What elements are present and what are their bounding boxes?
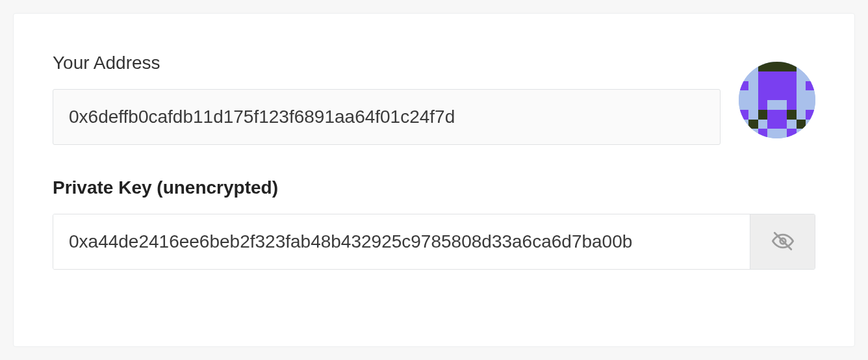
toggle-visibility-button[interactable] (750, 214, 815, 269)
svg-rect-16 (806, 110, 815, 120)
svg-rect-11 (787, 100, 797, 110)
identicon-avatar (739, 62, 815, 138)
svg-rect-7 (739, 81, 748, 91)
svg-rect-9 (806, 81, 815, 91)
svg-rect-21 (787, 129, 797, 138)
svg-rect-19 (797, 120, 806, 129)
address-label: Your Address (53, 53, 815, 73)
eye-off-icon (772, 230, 794, 254)
svg-rect-4 (758, 71, 768, 81)
private-key-field[interactable]: 0xa44de2416ee6beb2f323fab48b432925c97858… (53, 214, 750, 269)
svg-rect-6 (787, 71, 797, 81)
svg-rect-14 (787, 110, 797, 120)
address-row: 0x6deffb0cafdb11d175f123f6891aa64f01c24f… (53, 89, 815, 145)
svg-rect-20 (758, 129, 768, 138)
private-key-section: Private Key (unencrypted) 0xa44de2416ee6… (53, 177, 815, 270)
private-key-label: Private Key (unencrypted) (53, 177, 815, 198)
svg-rect-10 (758, 100, 768, 110)
svg-rect-18 (748, 120, 758, 129)
address-field[interactable]: 0x6deffb0cafdb11d175f123f6891aa64f01c24f… (53, 89, 721, 145)
private-key-row: 0xa44de2416ee6beb2f323fab48b432925c97858… (53, 214, 815, 270)
wallet-card: Your Address 0x6deffb0cafdb11d175f123f68… (13, 13, 855, 347)
svg-rect-8 (758, 81, 797, 101)
svg-rect-12 (758, 110, 768, 120)
svg-rect-13 (767, 110, 787, 120)
svg-rect-15 (739, 110, 748, 120)
address-section: Your Address 0x6deffb0cafdb11d175f123f68… (53, 53, 815, 145)
svg-rect-2 (767, 62, 787, 71)
svg-rect-5 (767, 71, 787, 81)
svg-rect-17 (767, 120, 787, 129)
